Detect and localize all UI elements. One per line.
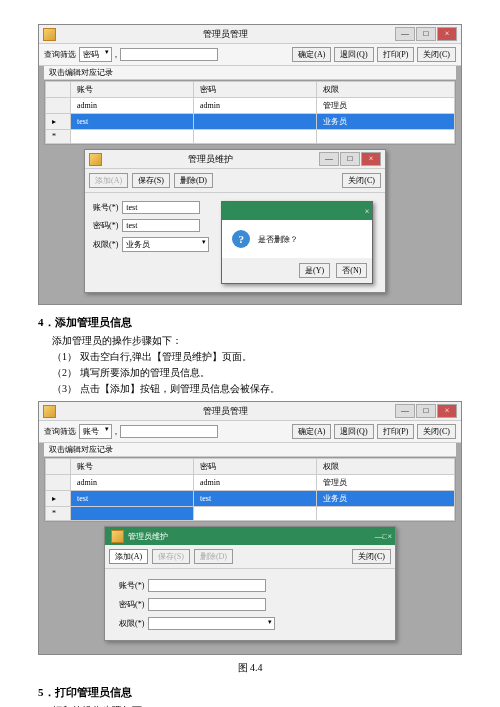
table-row: * — [46, 130, 455, 144]
password-field[interactable]: test — [122, 219, 200, 232]
undo-button[interactable]: 退回(Q) — [334, 424, 373, 439]
admin-grid[interactable]: 账号密码权限 adminadmin管理员 ▸test业务员 * — [44, 80, 456, 145]
role-select[interactable]: 业务员 — [122, 237, 209, 252]
window-title: 管理员管理 — [56, 405, 395, 418]
filter-input[interactable] — [120, 48, 218, 61]
app-icon — [111, 530, 124, 543]
window-admin-mgmt-2: 管理员管理 —□× 查询筛选 账号 , 确定(A) 退回(Q) 打印(P) 关闭… — [38, 401, 462, 655]
grid-hint: 双击编辑对应记录 — [44, 66, 456, 80]
close-button[interactable]: 关闭(C) — [417, 424, 456, 439]
confirm-button[interactable]: 确定(A) — [292, 424, 331, 439]
save-button: 保存(S) — [152, 549, 190, 564]
app-icon — [89, 153, 102, 166]
minimize-icon[interactable]: — — [319, 152, 339, 166]
table-row: ▸test业务员 — [46, 114, 455, 130]
toolbar: 查询筛选 密码 , 确定(A) 退回(Q) 打印(P) 关闭(C) — [39, 44, 461, 66]
add-button: 添加(A) — [89, 173, 128, 188]
confirm-msg: 是否删除？ — [258, 234, 298, 245]
minimize-icon[interactable]: — — [375, 532, 383, 541]
print-button[interactable]: 打印(P) — [377, 424, 415, 439]
confirm-dialog: × ? 是否删除？ 是(Y) 否(N) — [221, 201, 373, 284]
print-button[interactable]: 打印(P) — [377, 47, 415, 62]
app-icon — [43, 28, 56, 41]
maximize-icon[interactable]: □ — [416, 404, 436, 418]
figure-caption: 图 4.4 — [38, 661, 462, 675]
delete-button: 删除(D) — [194, 549, 233, 564]
dialog-admin-maint: 管理员维护 —□× 添加(A) 保存(S) 删除(D) 关闭(C) 账号(*)t… — [84, 149, 386, 293]
add-button[interactable]: 添加(A) — [109, 549, 148, 564]
dialog-admin-maint: 管理员维护 —□× 添加(A) 保存(S) 删除(D) 关闭(C) 账号(*) … — [104, 526, 396, 641]
table-row: * — [46, 507, 455, 521]
admin-grid[interactable]: 账号密码权限 adminadmin管理员 ▸testtest业务员 * — [44, 457, 456, 522]
confirm-button[interactable]: 确定(A) — [292, 47, 331, 62]
filter-mode-select[interactable]: 密码 — [79, 47, 112, 62]
maximize-icon[interactable]: □ — [416, 27, 436, 41]
close-icon[interactable]: × — [361, 152, 381, 166]
close-icon[interactable]: × — [437, 404, 457, 418]
role-select[interactable] — [148, 617, 275, 630]
close-button[interactable]: 关闭(C) — [417, 47, 456, 62]
question-icon: ? — [232, 230, 250, 248]
table-row: adminadmin管理员 — [46, 98, 455, 114]
close-button[interactable]: 关闭(C) — [342, 173, 381, 188]
no-button[interactable]: 否(N) — [336, 263, 367, 278]
filter-label: 查询筛选 — [44, 49, 76, 60]
save-button[interactable]: 保存(S) — [132, 173, 170, 188]
titlebar: 管理员管理 — □ × — [39, 25, 461, 44]
undo-button[interactable]: 退回(Q) — [334, 47, 373, 62]
close-icon[interactable]: × — [365, 207, 370, 216]
window-title: 管理员管理 — [56, 28, 395, 41]
minimize-icon[interactable]: — — [395, 27, 415, 41]
close-button[interactable]: 关闭(C) — [352, 549, 391, 564]
maximize-icon[interactable]: □ — [340, 152, 360, 166]
section-heading: 4．添加管理员信息 — [38, 315, 462, 330]
app-icon — [43, 405, 56, 418]
filter-input[interactable] — [120, 425, 218, 438]
minimize-icon[interactable]: — — [395, 404, 415, 418]
table-row: ▸testtest业务员 — [46, 491, 455, 507]
table-row: adminadmin管理员 — [46, 475, 455, 491]
close-icon[interactable]: × — [437, 27, 457, 41]
account-field[interactable] — [148, 579, 266, 592]
delete-button[interactable]: 删除(D) — [174, 173, 213, 188]
account-field[interactable]: test — [122, 201, 200, 214]
close-icon[interactable]: × — [387, 532, 392, 541]
filter-mode-select[interactable]: 账号 — [79, 424, 112, 439]
window-admin-mgmt-1: 管理员管理 — □ × 查询筛选 密码 , 确定(A) 退回(Q) 打印(P) … — [38, 24, 462, 305]
dialog-title: 管理员维护 — [102, 153, 319, 166]
section-heading: 5．打印管理员信息 — [38, 685, 462, 700]
yes-button[interactable]: 是(Y) — [299, 263, 330, 278]
password-field[interactable] — [148, 598, 266, 611]
